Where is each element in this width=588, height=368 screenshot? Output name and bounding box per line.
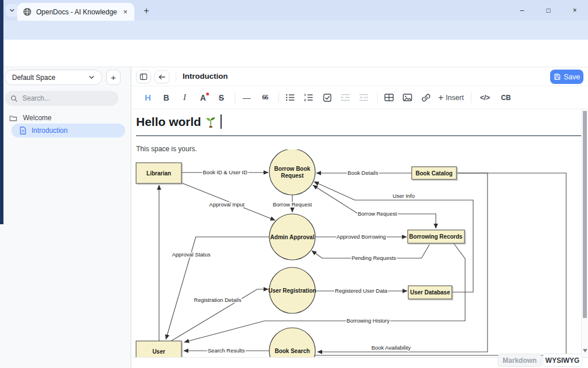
node-label: Borrowing Records [409, 233, 463, 240]
edge-label: Book Availability [372, 344, 411, 351]
back-page-button[interactable] [154, 70, 169, 83]
table-button[interactable] [383, 91, 395, 104]
tab-search-button[interactable] [6, 4, 18, 17]
edge-label: Approval Status [172, 251, 210, 258]
edge-label: Borrowing History [347, 317, 390, 324]
toolbar-divider [377, 93, 378, 103]
wysiwyg-mode-button[interactable]: WYSIWYG [543, 354, 582, 367]
toolbar-divider [235, 93, 235, 103]
heading-button[interactable]: H [142, 91, 154, 104]
task-list-button[interactable] [321, 91, 333, 104]
edge-label: Book Details [347, 170, 378, 176]
window-edge [0, 0, 3, 224]
plus-icon: + [438, 93, 443, 102]
code-block-button[interactable]: CB [500, 91, 512, 104]
chevron-down-icon [9, 7, 15, 13]
maximize-button[interactable]: □ [535, 0, 562, 21]
close-button[interactable]: × [562, 0, 588, 21]
search-placeholder: Search... [22, 94, 50, 102]
insert-label: Insert [446, 94, 463, 102]
toggle-sidebar-button[interactable] [136, 70, 151, 83]
node-label: Borrow Book [274, 166, 311, 172]
document-icon [20, 126, 26, 135]
titlebar-divider [176, 72, 176, 82]
browser-window: OpenDocs - AI Knowledge Base × + – □ × ←… [0, 0, 588, 368]
table-icon [384, 93, 394, 102]
sidebar-item-welcome[interactable]: Welcome [7, 112, 125, 124]
node-label: User Database [410, 289, 450, 296]
dataflow-diagram[interactable]: Book ID & User ID Book Details Borrow Re… [133, 150, 582, 357]
tab-strip: OpenDocs - AI Knowledge Base × + – □ × [0, 0, 588, 21]
app-header: OpenDocs Powered by Visual Paradigm Shar… [0, 40, 588, 67]
arrow-left-icon [158, 74, 166, 80]
editor-titlebar: Introduction Save [131, 67, 588, 86]
link-button[interactable] [420, 91, 432, 104]
font-color-button[interactable]: A [197, 91, 209, 104]
edge-label: Approved Borrowing [336, 233, 386, 240]
seedling-icon [205, 116, 216, 128]
space-selector[interactable]: Default Space [5, 70, 102, 85]
formatting-toolbar: H B I A S — 66 12 [131, 86, 588, 109]
panel-left-icon [140, 73, 148, 80]
image-button[interactable] [401, 91, 413, 104]
save-disk-icon [554, 73, 561, 80]
svg-text:2: 2 [304, 98, 307, 102]
editor-panel: Introduction Save H B I A S — 66 12 [131, 67, 588, 368]
node-label: Book Search [274, 348, 310, 354]
markdown-mode-button[interactable]: Markdown [498, 354, 541, 367]
add-space-button[interactable]: + [106, 70, 121, 85]
window-controls: – □ × [509, 0, 588, 21]
text-cursor [220, 114, 222, 129]
numbered-list-button[interactable]: 12 [303, 91, 315, 104]
numbered-list-icon: 12 [304, 93, 314, 102]
bold-button[interactable]: B [160, 91, 172, 104]
indent-icon [341, 93, 350, 102]
edge-label: Search Results [208, 347, 245, 354]
toolbar-divider [471, 93, 471, 103]
page-label: Introduction [32, 126, 68, 135]
edge-label: Book ID & User ID [203, 169, 247, 175]
browser-toolbar: ← → ↻ ai-toolbox.visual-paradigm.com/app… [0, 21, 588, 40]
search-icon [10, 95, 18, 102]
save-label: Save [564, 73, 581, 81]
tab-title: OpenDocs - AI Knowledge Base [36, 8, 117, 16]
outdent-button[interactable] [358, 91, 370, 104]
toolbar-divider [278, 93, 279, 103]
indent-button[interactable] [339, 91, 351, 104]
blockquote-button[interactable]: 66 [259, 91, 271, 104]
scrollbar-thumb[interactable] [583, 111, 587, 318]
insert-button[interactable]: + Insert [438, 93, 464, 102]
save-button[interactable]: Save [550, 70, 583, 84]
search-input[interactable]: Search... [5, 91, 118, 106]
folder-icon [9, 114, 17, 122]
scrollbar[interactable] [581, 109, 588, 357]
edge-label: Registration Details [194, 297, 242, 303]
browser-tab[interactable]: OpenDocs - AI Knowledge Base × [17, 3, 134, 21]
new-tab-button[interactable]: + [140, 5, 153, 17]
edge-label: Pending Requests [351, 255, 396, 261]
bullet-list-icon [285, 93, 295, 102]
document-heading[interactable]: Hello world [136, 114, 582, 136]
edge-label: Approval Input [209, 201, 245, 208]
image-icon [403, 93, 412, 102]
checkbox-icon [323, 93, 332, 102]
node-label: User Registration [268, 288, 316, 294]
horizontal-rule-button[interactable]: — [241, 91, 253, 104]
document-content[interactable]: Hello world This space is yours. [131, 109, 588, 357]
chevron-down-icon [88, 74, 95, 80]
globe-favicon [23, 7, 32, 16]
sidebar-item-introduction[interactable]: Introduction [11, 124, 125, 137]
tab-close-icon[interactable]: × [122, 7, 129, 16]
bullet-list-button[interactable] [284, 91, 296, 104]
scrollbar-down-icon[interactable] [583, 349, 587, 352]
edge-label: Registered User Data [335, 288, 388, 294]
node-label: Request [281, 172, 304, 179]
node-label: User [152, 348, 165, 355]
strikethrough-button[interactable]: S [215, 91, 227, 104]
folder-label: Welcome [23, 114, 52, 122]
minimize-button[interactable]: – [509, 0, 535, 21]
italic-button[interactable]: I [179, 91, 191, 104]
link-icon [421, 93, 431, 102]
node-label: Admin Approval [270, 234, 315, 240]
inline-code-button[interactable]: </> [477, 91, 494, 104]
